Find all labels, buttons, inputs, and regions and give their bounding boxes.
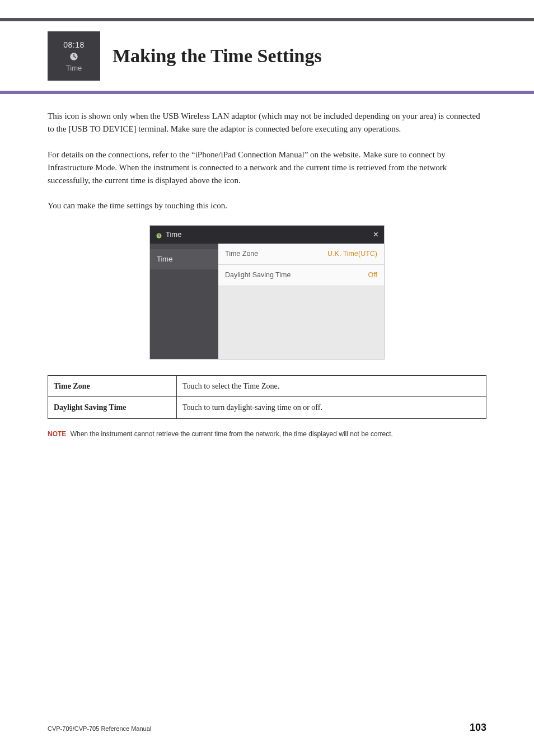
time-tile-label: Time <box>66 64 82 72</box>
time-tile-clock: 08:18 <box>63 40 85 49</box>
def-desc: Touch to select the Time Zone. <box>177 375 486 397</box>
dialog-main: Time Zone U.K. Time(UTC) Daylight Saving… <box>218 244 384 359</box>
content-area: This icon is shown only when the USB Wir… <box>0 94 534 440</box>
dialog-header-title-group: Time <box>156 229 181 240</box>
dialog-body: Time Time Zone U.K. Time(UTC) Daylight S… <box>150 244 384 359</box>
time-dialog: Time × Time Time Zone U.K. Time(UTC) Da <box>149 225 385 360</box>
definition-table: Time Zone Touch to select the Time Zone.… <box>48 375 486 419</box>
paragraph-2: For details on the connections, refer to… <box>48 148 486 188</box>
note-label: NOTE <box>48 430 66 438</box>
clock-icon <box>156 231 162 238</box>
setting-row-dst[interactable]: Daylight Saving Time Off <box>218 265 384 286</box>
def-desc: Touch to turn daylight-saving time on or… <box>177 397 486 419</box>
dialog-sidebar: Time <box>150 244 218 359</box>
setting-value: Off <box>368 270 377 281</box>
footer-page-number: 103 <box>470 722 486 734</box>
setting-label: Daylight Saving Time <box>225 270 291 281</box>
paragraph-1: This icon is shown only when the USB Wir… <box>48 110 486 136</box>
header-row: 08:18 Time Making the Time Settings <box>0 21 534 91</box>
setting-value: U.K. Time(UTC) <box>327 249 377 259</box>
setting-label: Time Zone <box>225 249 258 259</box>
table-row: Time Zone Touch to select the Time Zone. <box>48 375 486 397</box>
note-line: NOTE When the instrument cannot retrieve… <box>48 429 486 440</box>
setting-row-timezone[interactable]: Time Zone U.K. Time(UTC) <box>218 244 384 265</box>
def-term: Time Zone <box>48 375 177 397</box>
sidebar-item-label: Time <box>157 255 172 263</box>
sidebar-item-time[interactable]: Time <box>150 249 218 269</box>
dialog-header-title: Time <box>166 229 181 240</box>
note-text: When the instrument cannot retrieve the … <box>71 430 393 438</box>
clock-icon <box>69 52 79 62</box>
dialog-header: Time × <box>150 226 384 244</box>
page-footer: CVP-709/CVP-705 Reference Manual 103 <box>48 722 486 734</box>
time-app-tile[interactable]: 08:18 Time <box>48 31 100 81</box>
paragraph-3: You can make the time settings by touchi… <box>48 199 486 212</box>
table-row: Daylight Saving Time Touch to turn dayli… <box>48 397 486 419</box>
time-dialog-screenshot: Time × Time Time Zone U.K. Time(UTC) Da <box>48 225 486 360</box>
def-term: Daylight Saving Time <box>48 397 177 419</box>
footer-doc-title: CVP-709/CVP-705 Reference Manual <box>48 725 151 732</box>
close-icon[interactable]: × <box>373 230 378 239</box>
page-title: Making the Time Settings <box>113 45 322 67</box>
